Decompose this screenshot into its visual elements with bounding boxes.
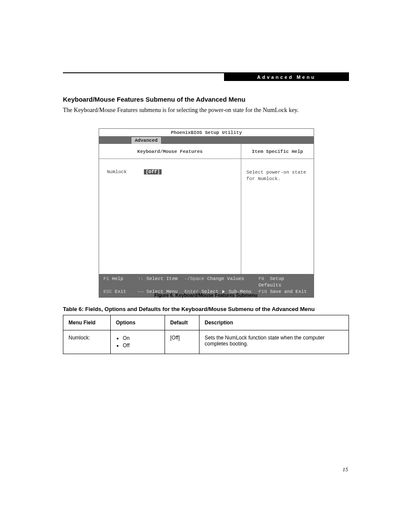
bios-screenshot: PhoenixBIOS Setup Utility Advanced Keybo… bbox=[99, 128, 314, 298]
bios-panel-title: Keyboard/Mouse Features bbox=[99, 144, 241, 159]
bios-key-f1: F1 bbox=[103, 276, 109, 281]
bios-key-f1-label: Help bbox=[112, 276, 123, 281]
opt-item: On bbox=[123, 335, 159, 342]
td-description: Sets the NumLock function state when the… bbox=[199, 330, 349, 354]
table-title: Table 6: Fields, Options and Defaults fo… bbox=[63, 306, 349, 312]
section-desc: The Keyboard/Mouse Features submenu is f… bbox=[63, 107, 299, 114]
td-default: [Off] bbox=[165, 330, 199, 354]
th-default: Default bbox=[165, 315, 199, 330]
bios-field-row: Numlock [Off] bbox=[107, 169, 233, 174]
bios-key-space-label: Change Values bbox=[207, 276, 244, 281]
table-row: Numlock: On Off [Off] Sets the NumLock f… bbox=[63, 330, 349, 354]
bios-key-updown: ↑↓ bbox=[138, 276, 143, 281]
table-header-row: Menu Field Options Default Description bbox=[63, 315, 349, 330]
page-number: 15 bbox=[342, 466, 348, 473]
th-menu-field: Menu Field bbox=[63, 315, 111, 330]
bios-help-title: Item Specific Help bbox=[241, 144, 314, 159]
figure-caption: Figure 6. Keyboard/Mouse Features Submen… bbox=[63, 292, 349, 298]
bios-field-label: Numlock bbox=[107, 169, 144, 174]
td-options: On Off bbox=[111, 330, 165, 354]
bios-key-space: -/Space bbox=[184, 276, 204, 281]
bios-help-text: Select power-on state for Numlock. bbox=[241, 159, 314, 193]
opt-item: Off bbox=[123, 342, 159, 349]
bios-field-value: [Off] bbox=[144, 169, 162, 174]
th-description: Description bbox=[199, 315, 349, 330]
bios-key-f9: F9 bbox=[258, 276, 264, 281]
bios-tabs: Advanced bbox=[99, 137, 314, 144]
bios-tab-advanced: Advanced bbox=[131, 137, 162, 144]
bios-title: PhoenixBIOS Setup Utility bbox=[99, 129, 314, 137]
section-title: Keyboard/Mouse Features Submenu of the A… bbox=[63, 96, 246, 103]
td-menu-field: Numlock: bbox=[63, 330, 111, 354]
header-bar: Advanced Menu bbox=[224, 73, 349, 81]
bios-key-updown-label: Select Item bbox=[146, 276, 178, 281]
th-options: Options bbox=[111, 315, 165, 330]
fields-table: Menu Field Options Default Description N… bbox=[63, 315, 349, 354]
